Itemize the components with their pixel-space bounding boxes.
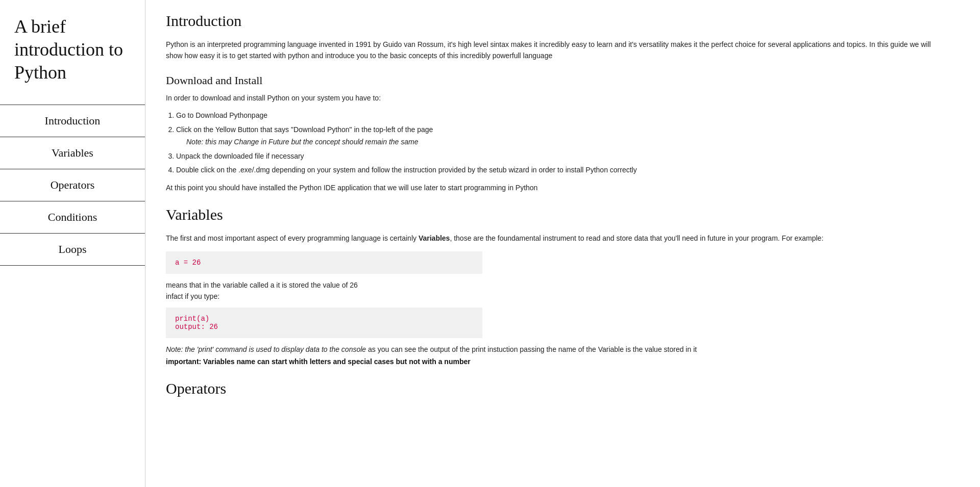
nav-item-conditions[interactable]: Conditions xyxy=(0,201,145,233)
operators-section: Operators xyxy=(166,380,949,397)
code-block-1: a = 26 xyxy=(166,251,482,274)
variables-intro-text: The first and most important aspect of e… xyxy=(166,233,949,244)
variables-section: Variables The first and most important a… xyxy=(166,206,949,365)
variables-bold-word: Variables xyxy=(419,234,450,242)
variables-heading: Variables xyxy=(166,206,949,223)
means-text: means that in the variable called a it i… xyxy=(166,281,949,289)
note-print-italic: Note: the 'print' command is used to dis… xyxy=(166,345,366,353)
install-step-4: Double click on the .exe/.dmg depending … xyxy=(176,164,949,176)
nav-item-operators[interactable]: Operators xyxy=(0,169,145,201)
sidebar: A brief introduction to Python Introduct… xyxy=(0,0,145,487)
at-this-point-text: At this point you should have installed … xyxy=(166,184,949,192)
step2-note: Note: this may Change in Future but the … xyxy=(186,136,949,148)
sidebar-title: A brief introduction to Python xyxy=(0,0,145,105)
infact-text: infact if you type: xyxy=(166,292,949,300)
introduction-body: Python is an interpreted programming lan… xyxy=(166,39,949,62)
nav-item-introduction[interactable]: Introduction xyxy=(0,105,145,137)
operators-heading: Operators xyxy=(166,380,949,397)
install-step-2: Click on the Yellow Button that says "Do… xyxy=(176,124,949,148)
download-install-heading: Download and Install xyxy=(166,74,949,87)
install-step-1: Go to Download Pythonpage xyxy=(176,110,949,122)
install-step-3: Unpack the downloaded file if necessary xyxy=(176,150,949,163)
nav-item-variables[interactable]: Variables xyxy=(0,137,145,169)
install-steps-list: Go to Download Pythonpage Click on the Y… xyxy=(176,110,949,176)
introduction-section: Introduction Python is an interpreted pr… xyxy=(166,12,949,192)
download-intro-text: In order to download and install Python … xyxy=(166,92,949,104)
variables-intro-before: The first and most important aspect of e… xyxy=(166,234,419,242)
introduction-heading: Introduction xyxy=(166,12,949,30)
note-print-rest: as you can see the output of the print i… xyxy=(366,345,697,353)
variables-intro-after: , those are the foundamental instrument … xyxy=(450,234,823,242)
note-print-text: Note: the 'print' command is used to dis… xyxy=(166,345,949,353)
code-block-2: print(a) output: 26 xyxy=(166,307,482,338)
nav-item-loops[interactable]: Loops xyxy=(0,233,145,266)
main-content: Introduction Python is an interpreted pr… xyxy=(145,0,980,487)
important-text: important: Variables name can start whit… xyxy=(166,357,949,366)
